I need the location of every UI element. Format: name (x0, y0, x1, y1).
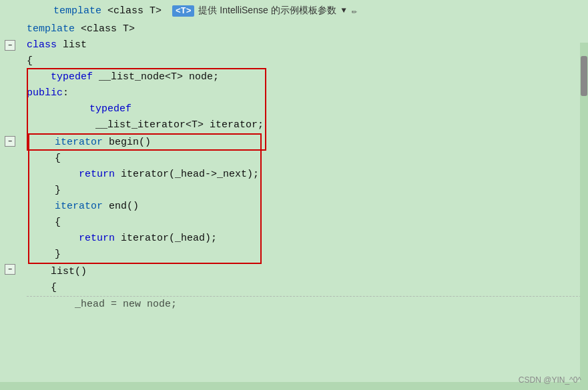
typedef-highlight-box: typedef __list_iterator<T> iterator; (27, 68, 266, 151)
gutter-row-15 (0, 245, 20, 261)
watermark: CSDN @YIN_^0^ (519, 375, 581, 385)
gutter-row-13 (0, 213, 20, 229)
code-area: − − (0, 21, 588, 390)
code-line-14: return iterator(_head); (31, 231, 259, 247)
gutter-row-14 (0, 229, 20, 245)
template-params: <class T> (101, 5, 162, 17)
gutter-row-10 (0, 165, 20, 181)
vertical-scrollbar[interactable] (580, 43, 588, 390)
gutter-row-4 (0, 69, 20, 85)
code-line-6: typedef __list_iterator<T> iterator; (27, 101, 588, 117)
gutter-row-3 (0, 53, 20, 69)
keyword-typedef-2: typedef (89, 103, 131, 115)
code-line-1: template <class T> (27, 21, 588, 37)
gutter-row-16[interactable]: − (0, 261, 20, 277)
code-line-10: return iterator(_head->_next); (31, 167, 259, 183)
methods-highlight-box: iterator begin() { return iterator(_head… (28, 133, 262, 264)
type-iterator-2: iterator (55, 199, 103, 215)
code-line-12: iterator end() (31, 199, 259, 215)
keyword-class: class (27, 37, 57, 53)
code-line-17: { (27, 280, 588, 296)
scrollbar-thumb[interactable] (581, 56, 587, 96)
code-line-2: class list (27, 37, 588, 53)
template-keyword: template (53, 5, 101, 17)
code-line-13: { (31, 215, 259, 231)
dropdown-icon[interactable]: ▼ (342, 6, 346, 15)
intellisense-badge: <T> (172, 5, 194, 17)
edit-icon[interactable]: ✏ (352, 5, 357, 17)
fold-button-8[interactable]: − (5, 136, 15, 147)
gutter-row-6 (0, 101, 20, 117)
fold-button-16[interactable]: − (5, 264, 15, 275)
gutter-row-17 (0, 277, 20, 293)
editor-container: template <class T> <T> 提供 IntelliSense 的… (0, 0, 588, 390)
keyword-return-2: return (79, 231, 115, 247)
code-line-18: _head = new node; (27, 296, 588, 312)
gutter-row-11 (0, 181, 20, 197)
horizontal-scrollbar[interactable] (0, 382, 580, 390)
top-bar: template <class T> <T> 提供 IntelliSense 的… (0, 0, 588, 21)
code-line-11: } (31, 183, 259, 199)
gutter-row-1 (0, 21, 20, 37)
left-gutter: − − (0, 21, 20, 390)
code-line-15: } (31, 247, 259, 263)
keyword-template: template (27, 21, 75, 37)
code-line-9: { (31, 151, 259, 167)
fold-button-2[interactable]: − (5, 40, 15, 51)
gutter-row-8[interactable]: − (0, 133, 20, 149)
gutter-row-2[interactable]: − (0, 37, 20, 53)
gutter-row-12 (0, 197, 20, 213)
intellisense-text: 提供 IntelliSense 的示例模板参数 (198, 5, 336, 17)
gutter-row-5 (0, 85, 20, 101)
code-line-16: list() (27, 264, 588, 280)
gutter-row-9 (0, 149, 20, 165)
badge-label: <T> (176, 6, 191, 16)
gutter-row-7 (0, 117, 20, 133)
keyword-return-1: return (79, 167, 115, 183)
gutter-row-18 (0, 293, 20, 309)
code-content: template <class T> class list { typedef … (20, 21, 588, 390)
code-line-3: { (27, 53, 588, 69)
